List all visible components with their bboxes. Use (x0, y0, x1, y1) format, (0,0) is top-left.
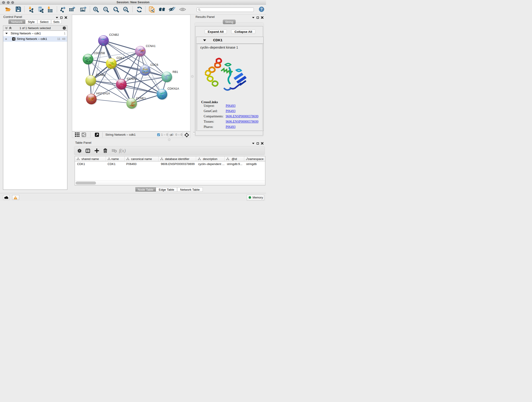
svg-text:CCNB2: CCNB2 (109, 33, 119, 36)
svg-text:CCNA2: CCNA2 (127, 77, 137, 80)
svg-text:CDKN1A: CDKN1A (167, 87, 179, 90)
svg-text:CDK1: CDK1 (117, 56, 124, 60)
svg-text:HIST1H1A: HIST1H1A (96, 92, 110, 95)
svg-text:CDC25B: CDC25B (94, 51, 105, 55)
svg-text:CDC6: CDC6 (151, 63, 158, 66)
svg-text:CCNE1: CCNE1 (136, 97, 146, 100)
svg-text:?: ? (260, 7, 263, 11)
svg-text:CCNB1: CCNB1 (96, 73, 106, 77)
svg-text:RB1: RB1 (172, 70, 178, 74)
svg-text:CCNA1: CCNA1 (146, 45, 156, 48)
